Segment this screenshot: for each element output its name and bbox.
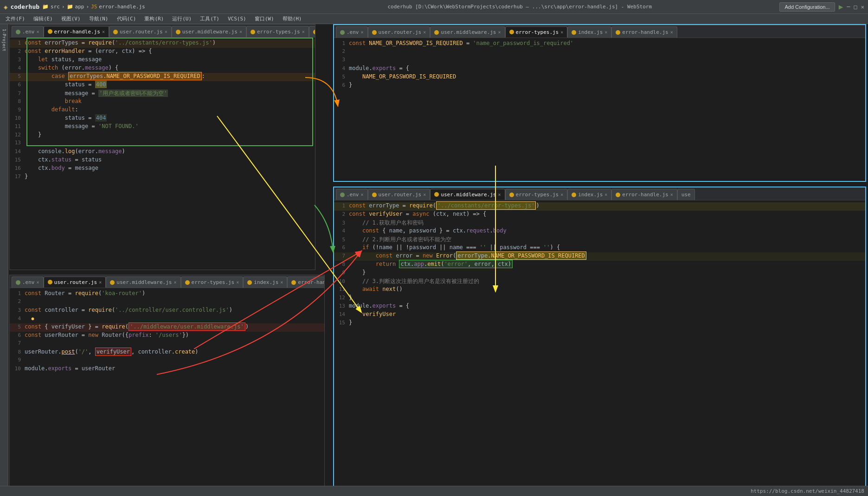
panel1-tabbar: .env × error-handle.js × user.router.js …	[10, 25, 315, 38]
menu-bar: 文件(F) 编辑(E) 视图(V) 导航(N) 代码(C) 重构(R) 运行(U…	[0, 14, 868, 24]
menu-view[interactable]: 视图(V)	[58, 14, 84, 23]
tab-close-21[interactable]: ×	[361, 30, 364, 35]
tab-close-36[interactable]: ×	[670, 192, 673, 197]
js-icon-2	[113, 30, 118, 34]
code-line-7: 7 message = '用户名或者密码不能为空'	[10, 90, 315, 98]
tab-error-handle-2[interactable]: error-handle.js ×	[611, 26, 677, 38]
tab-close-41[interactable]: ×	[37, 280, 39, 285]
p4-line-10: 10 module.exports = userRouter	[10, 365, 324, 374]
tab-close-42[interactable]: ×	[99, 280, 102, 285]
js-icon-33	[509, 193, 514, 197]
menu-navigate[interactable]: 导航(N)	[85, 14, 112, 23]
code-line-6: 6 status = 400	[10, 81, 315, 90]
tab-error-types-1[interactable]: error-types.js ×	[246, 26, 309, 37]
tab-close-2[interactable]: ×	[102, 29, 105, 34]
menu-run[interactable]: 运行(U)	[168, 14, 195, 23]
code-line-14: 14 console.log(error.message)	[10, 148, 315, 156]
panel1-code: 1 const errorTypes = require('../constan…	[10, 38, 315, 270]
p4-line-1: 1 const Router = require('koa-router')	[10, 290, 324, 298]
p3-line-9: 9 }	[334, 269, 865, 277]
tab-user-router-4[interactable]: user.router.js ×	[44, 277, 106, 288]
env-icon-1	[16, 30, 20, 34]
menu-edit[interactable]: 编辑(E)	[30, 14, 57, 23]
tab-close-32[interactable]: ×	[423, 192, 426, 197]
tab-error-handle[interactable]: error-handle.js ×	[44, 26, 109, 37]
run-button[interactable]: ▶	[839, 2, 843, 11]
code-line-5: 5 case errorTypes.NAME_OR_PASSWORD_IS_RE…	[10, 73, 315, 81]
menu-vcs[interactable]: VCS(S)	[224, 15, 250, 23]
tab-env-4[interactable]: .env ×	[12, 277, 44, 288]
tab-env-2[interactable]: .env ×	[336, 26, 368, 38]
tab-close-31[interactable]: ×	[361, 192, 364, 197]
panel4-code: 1 const Router = require('koa-router') 2…	[10, 288, 324, 492]
tab-env-3[interactable]: .env ×	[336, 189, 368, 200]
tab-user-router-2[interactable]: user.router.js ×	[368, 26, 431, 38]
tab-user-middleware-1[interactable]: user.middleware.js ×	[172, 26, 246, 37]
sidebar-project-icon[interactable]: 1-Project	[0, 26, 8, 54]
p2-line-4: 4 module.exports = {	[334, 65, 865, 73]
tab-close-5[interactable]: ×	[302, 29, 305, 34]
js-icon-3	[176, 30, 180, 34]
tab-user-router-3[interactable]: user.router.js ×	[368, 189, 431, 200]
js-icon-4	[251, 30, 255, 34]
folder-icon: 📁	[42, 4, 49, 10]
js-icon-22	[434, 30, 439, 35]
tab-index-2[interactable]: index.js ×	[567, 26, 611, 38]
tab-error-types-4[interactable]: error-types.js ×	[181, 277, 244, 288]
tab-user-middleware-3[interactable]: user.middleware.js ×	[430, 189, 505, 200]
tab-error-types-3[interactable]: error-types.js ×	[505, 189, 568, 200]
window-controls: ─ □ ✕	[847, 4, 864, 10]
tab-close-34[interactable]: ×	[560, 192, 563, 197]
tab-close-43[interactable]: ×	[174, 280, 177, 285]
tab-close-33[interactable]: ×	[498, 192, 501, 197]
code-line-2: 2 const errorHandler = (error, ctx) => {	[10, 48, 315, 56]
tab-index-1[interactable]: index.js ×	[309, 26, 315, 37]
tab-close-45[interactable]: ×	[280, 280, 283, 285]
close-button[interactable]: ✕	[861, 4, 864, 10]
tab-close-4[interactable]: ×	[239, 29, 242, 34]
maximize-button[interactable]: □	[854, 4, 857, 10]
minimize-button[interactable]: ─	[847, 4, 850, 10]
p3-line-1: 1 const errorType = require('../constant…	[334, 202, 865, 211]
tab-use-3[interactable]: use	[677, 189, 695, 200]
menu-refactor[interactable]: 重构(R)	[141, 14, 167, 23]
tab-close-3[interactable]: ×	[165, 29, 167, 34]
tab-close-24[interactable]: ×	[560, 30, 563, 35]
p3-line-3: 3 // 1.获取用户名和密码	[334, 219, 865, 227]
env-icon-3	[340, 193, 345, 197]
app-name: coderhub	[10, 3, 39, 10]
p3-line-8: 8 return ctx.app.emit('error', error, ct…	[334, 261, 865, 269]
menu-file[interactable]: 文件(F)	[2, 14, 29, 23]
p3-line-13: 13 module.exports = {	[334, 303, 865, 311]
path-file: error-handle.js	[99, 4, 145, 10]
tab-close-1[interactable]: ×	[37, 29, 39, 34]
tab-index-3[interactable]: index.js ×	[567, 189, 611, 200]
tab-close-25[interactable]: ×	[604, 30, 607, 35]
menu-window[interactable]: 窗口(W)	[251, 14, 278, 23]
p3-line-6: 6 if (!name || !password || name === '' …	[334, 244, 865, 252]
js-icon-21	[372, 30, 377, 35]
tab-close-35[interactable]: ×	[604, 192, 607, 197]
tab-error-types-2[interactable]: error-types.js ×	[505, 26, 568, 38]
menu-help[interactable]: 帮助(H)	[279, 14, 306, 23]
tab-index-4[interactable]: index.js ×	[243, 277, 287, 288]
menu-code[interactable]: 代码(C)	[113, 14, 140, 23]
code-line-12: 12 }	[10, 131, 315, 140]
tab-close-22[interactable]: ×	[423, 30, 426, 35]
p3-line-11: 11 await next()	[334, 286, 865, 294]
tab-user-middleware-4[interactable]: user.middleware.js ×	[106, 277, 180, 288]
tab-error-handle-4[interactable]: error-handle.js ×	[287, 277, 324, 288]
tab-user-middleware-2[interactable]: user.middleware.js ×	[430, 26, 505, 38]
tab-user-router-1[interactable]: user.router.js ×	[109, 26, 172, 37]
tab-close-26[interactable]: ×	[670, 30, 673, 35]
tab-env-1[interactable]: .env ×	[12, 26, 44, 37]
add-configuration-button[interactable]: Add Configuration...	[779, 2, 835, 12]
panel-user-middleware: .env × user.router.js × user.middleware.…	[333, 187, 866, 493]
p4-line-6: 6 const userRouter = new Router({prefix:…	[10, 332, 324, 340]
tab-close-23[interactable]: ×	[498, 30, 501, 35]
tab-error-handle-3[interactable]: error-handle.js ×	[611, 189, 677, 200]
menu-tools[interactable]: 工具(T)	[196, 14, 223, 23]
tab-close-44[interactable]: ×	[236, 280, 239, 285]
code-line-10: 10 status = 404	[10, 115, 315, 123]
js-icon-5	[313, 30, 315, 34]
